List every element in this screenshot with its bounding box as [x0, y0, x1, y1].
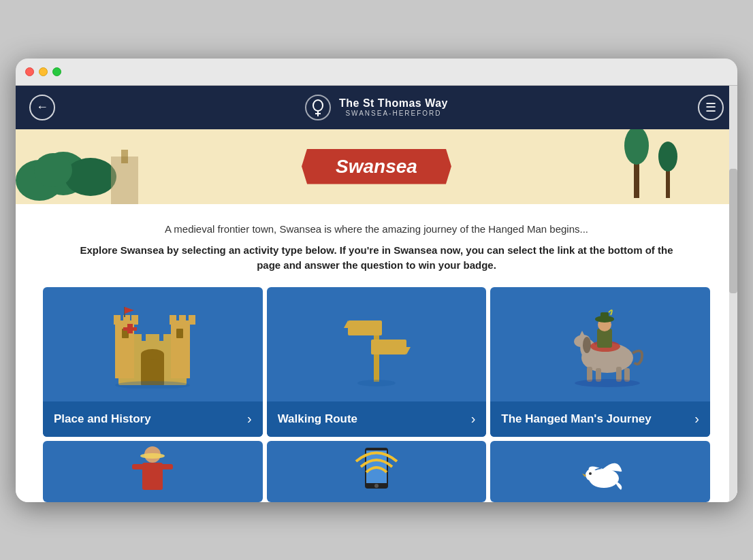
maximize-button[interactable]: [52, 67, 61, 76]
scrollbar-track: [729, 86, 737, 502]
logo-text: The St Thomas Way Swansea-Hereford: [339, 97, 448, 117]
walking-route-label-bar: Walking Route ›: [267, 401, 487, 437]
walking-route-chevron: ›: [471, 411, 476, 427]
svg-rect-60: [132, 464, 146, 470]
svg-point-41: [357, 380, 396, 386]
svg-rect-26: [189, 315, 195, 325]
svg-point-56: [575, 379, 640, 387]
menu-button[interactable]: ☰: [698, 95, 724, 120]
svg-rect-8: [121, 150, 128, 163]
mac-window: ← The St Thomas Way Swansea-Hereford: [16, 59, 737, 502]
back-icon: ←: [36, 100, 48, 114]
svg-rect-32: [123, 327, 137, 331]
hanged-man-card[interactable]: The Hanged Man's Journey ›: [490, 287, 710, 437]
description-bold: Explore Swansea by selecting an activity…: [70, 243, 683, 274]
svg-point-58: [140, 453, 165, 459]
page-title: Swansea: [336, 156, 417, 177]
activity-grid-bottom: [16, 441, 737, 502]
svg-marker-40: [406, 347, 411, 355]
app-title: The St Thomas Way: [339, 97, 448, 110]
logo-icon: [305, 95, 331, 120]
svg-rect-55: [600, 312, 609, 322]
svg-point-64: [374, 484, 379, 488]
svg-rect-7: [111, 157, 138, 204]
hanged-man-label-bar: The Hanged Man's Journey ›: [490, 401, 710, 437]
svg-rect-37: [348, 320, 382, 335]
svg-rect-25: [179, 315, 186, 325]
place-history-label: Place and History: [54, 412, 151, 426]
svg-marker-49: [579, 331, 585, 336]
trees-left: [16, 129, 172, 204]
svg-point-6: [34, 153, 72, 187]
walking-route-card[interactable]: Walking Route ›: [267, 287, 487, 437]
svg-marker-34: [125, 307, 134, 314]
back-button[interactable]: ←: [29, 95, 55, 120]
svg-rect-61: [159, 464, 173, 470]
svg-point-68: [589, 472, 592, 475]
svg-rect-52: [597, 329, 612, 348]
activity-grid: Place and History ›: [16, 287, 737, 441]
card-image-castle: [43, 287, 263, 401]
close-button[interactable]: [25, 67, 34, 76]
card-image-signpost: [267, 287, 487, 401]
page-title-ribbon: Swansea: [302, 149, 451, 184]
svg-rect-39: [371, 340, 406, 355]
svg-point-10: [624, 129, 649, 165]
menu-icon: ☰: [705, 100, 716, 115]
svg-point-28: [141, 349, 164, 360]
browser-body: ← The St Thomas Way Swansea-Hereford: [16, 86, 737, 502]
svg-point-66: [586, 469, 598, 481]
hanged-man-label: The Hanged Man's Journey: [501, 412, 651, 426]
place-history-card[interactable]: Place and History ›: [43, 287, 263, 437]
hanged-man-chevron: ›: [694, 411, 699, 427]
titlebar: [16, 59, 737, 86]
card-image-horseman: [490, 287, 710, 401]
minimize-button[interactable]: [39, 67, 48, 76]
svg-point-5: [65, 158, 116, 196]
svg-point-0: [313, 100, 323, 111]
app-subtitle: Swansea-Hereford: [339, 110, 448, 117]
svg-rect-20: [114, 315, 121, 325]
browser-content: ← The St Thomas Way Swansea-Hereford: [16, 86, 737, 502]
place-history-label-bar: Place and History ›: [43, 401, 263, 437]
svg-rect-43: [587, 367, 592, 382]
svg-point-50: [583, 337, 591, 353]
scrollbar-thumb[interactable]: [729, 169, 737, 294]
saint-card[interactable]: [43, 441, 263, 502]
svg-marker-38: [344, 320, 348, 328]
svg-rect-22: [131, 315, 138, 325]
svg-point-12: [658, 142, 677, 171]
trees-right: [615, 129, 696, 204]
app-header: ← The St Thomas Way Swansea-Hereford: [16, 86, 737, 129]
header-logo: The St Thomas Way Swansea-Hereford: [305, 95, 448, 120]
dove-card[interactable]: [490, 441, 710, 502]
svg-rect-30: [176, 329, 183, 338]
place-history-chevron: ›: [247, 411, 252, 427]
description-section: A medieval frontier town, Swansea is whe…: [16, 204, 737, 287]
hero-banner: Swansea: [16, 129, 737, 204]
walking-route-label: Walking Route: [278, 412, 357, 426]
svg-rect-24: [170, 315, 176, 325]
phone-card[interactable]: [267, 441, 487, 502]
svg-rect-16: [146, 334, 159, 346]
description-normal: A medieval frontier town, Swansea is whe…: [70, 223, 683, 235]
